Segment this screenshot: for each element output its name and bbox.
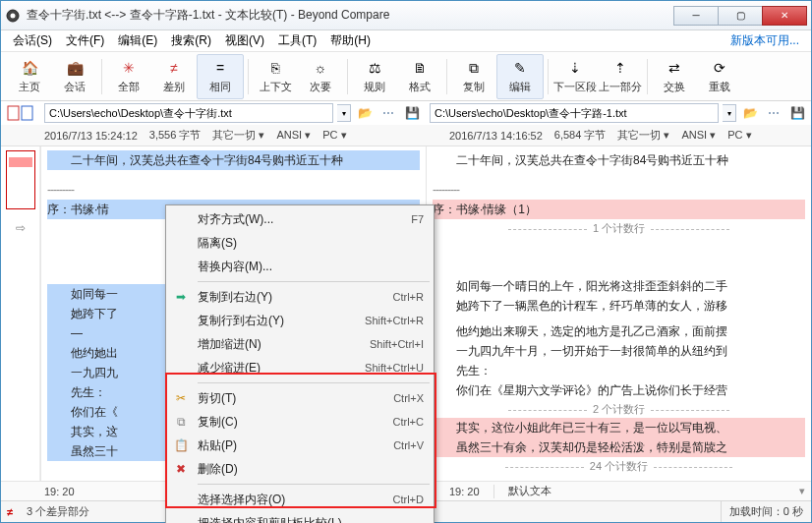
prev-icon: ⇡ (610, 58, 630, 78)
text-line[interactable]: 序：书缘·情缘（1） (433, 200, 805, 219)
toolbar-format[interactable]: 🗎格式 (397, 55, 442, 98)
ctx-inc-indent[interactable]: 增加缩进(N)Shift+Ctrl+I (168, 332, 432, 356)
right-open-icon[interactable]: 📂 (740, 103, 760, 123)
left-save-icon[interactable]: 💾 (402, 103, 422, 123)
toolbar-copy[interactable]: ⧉复制 (451, 55, 496, 98)
text-line[interactable]: 她跨下了一辆黑色的计程车，纤巧单薄的女人，游移 (433, 296, 805, 316)
edit-icon: ✎ (510, 58, 530, 78)
toolbar-edit[interactable]: ✎编辑 (497, 55, 543, 98)
diff-count: 3 个差异部分 (19, 501, 97, 522)
text-line[interactable]: 你们在《星期六文学评论》的广告上说你们长于经营 (433, 380, 805, 400)
menu-file[interactable]: 文件(F) (60, 30, 110, 51)
ctx-isolate[interactable]: 隔离(S) (168, 231, 432, 255)
text-line[interactable]: 一九四九年十月，一切开始于一封很简单的从纽约到 (433, 341, 805, 361)
marker-icon: ⇨ (1, 221, 39, 235)
svg-rect-3 (22, 106, 32, 120)
toolbar-minor[interactable]: ☼次要 (298, 55, 343, 98)
left-open-icon[interactable]: 📂 (355, 103, 375, 123)
menu-search[interactable]: 搜索(R) (165, 30, 217, 51)
close-button[interactable]: ✕ (762, 6, 807, 26)
gap-marker: 2 个计数行 (433, 400, 805, 418)
svg-rect-2 (8, 106, 19, 120)
all-icon: ✳ (119, 58, 139, 78)
toolbar-rules[interactable]: ⚖规则 (352, 55, 397, 98)
left-browse-icon[interactable]: ⋯ (378, 103, 398, 123)
right-cursor-pos: 19: 20 (449, 486, 480, 497)
toolbar-home[interactable]: 🏠主页 (7, 55, 52, 98)
ctx-paste[interactable]: 📋粘贴(P)Ctrl+V (168, 434, 432, 457)
ctx-delete[interactable]: ✖删除(D) (168, 457, 432, 481)
left-platform[interactable]: PC ▾ (322, 129, 346, 142)
right-browse-icon[interactable]: ⋯ (764, 103, 783, 123)
overview-gutter[interactable]: ⇨ (1, 146, 40, 481)
left-else[interactable]: 其它一切 ▾ (212, 128, 264, 143)
toolbar-swap[interactable]: ⇄交换 (652, 55, 697, 98)
text-line[interactable]: 他约她出来聊天，选定的地方是孔乙己酒家，面前摆 (433, 321, 805, 341)
minimize-button[interactable]: ─ (673, 6, 719, 26)
ctx-compare-clipboard[interactable]: 把选择内容和剪贴板比较(L) (168, 511, 432, 523)
delete-icon: ✖ (168, 462, 194, 476)
new-version-link[interactable]: 新版本可用... (730, 32, 805, 49)
ctx-cut[interactable]: ✂剪切(T)Ctrl+X (168, 386, 432, 410)
left-path-dropdown[interactable]: ▾ (337, 104, 351, 122)
gap-marker: 24 个计数行 (433, 457, 805, 475)
menu-help[interactable]: 帮助(H) (324, 30, 377, 51)
copy-icon: ⧉ (168, 415, 194, 429)
ctx-select-selection[interactable]: 选择选择内容(O)Ctrl+D (168, 488, 432, 511)
context-menu: 对齐方式(W)...F7 隔离(S) 替换内容(M)... ➡复制到右边(Y)C… (165, 204, 435, 523)
right-default-text: 默认文本 (508, 484, 551, 498)
minor-icon: ☼ (311, 58, 330, 78)
text-line[interactable]: 二十年间，汉芙总共在查令十字街84号购书近五十种 (433, 150, 805, 170)
toolbar-reload[interactable]: ⟳重载 (697, 55, 742, 98)
toolbar-diff[interactable]: ≠差别 (151, 55, 197, 98)
ctx-copyline-right[interactable]: 复制行到右边(Y)Shift+Ctrl+R (168, 309, 432, 332)
menu-session[interactable]: 会话(S) (7, 30, 58, 51)
right-size: 6,584 字节 (554, 128, 607, 143)
ctx-copy[interactable]: ⧉复制(C)Ctrl+C (168, 410, 432, 434)
format-icon: 🗎 (410, 58, 430, 78)
text-line[interactable]: 先生： (433, 361, 805, 380)
chevron-down-icon[interactable]: ▾ (799, 485, 805, 497)
menu-view[interactable]: 视图(V) (219, 30, 270, 51)
copy-icon: ⧉ (464, 58, 484, 78)
text-line[interactable]: 二十年间，汉芙总共在查令十字街84号购书近五十种 (47, 150, 420, 170)
toolbar-session[interactable]: 💼会话 (52, 55, 97, 98)
right-pane[interactable]: 二十年间，汉芙总共在查令十字街84号购书近五十种 --------- 序：书缘·… (426, 146, 811, 481)
next-icon: ⇣ (565, 58, 585, 78)
gap-marker: 1 个计数行 (433, 219, 805, 237)
reload-icon: ⟳ (710, 58, 729, 78)
toolbar-prev-section[interactable]: ⇡上一部分 (598, 55, 643, 98)
right-else[interactable]: 其它一切 ▾ (617, 128, 669, 143)
context-icon: ⎘ (265, 58, 285, 78)
toolbar: 🏠主页 💼会话 ✳全部 ≠差别 =相同 ⎘上下文 ☼次要 ⚖规则 🗎格式 ⧉复制… (1, 52, 811, 101)
overview-thumbnail[interactable] (6, 150, 35, 209)
toolbar-same[interactable]: =相同 (198, 55, 243, 98)
right-path-dropdown[interactable]: ▾ (723, 104, 736, 122)
not-equal-icon: ≠ (7, 506, 13, 518)
ctx-align[interactable]: 对齐方式(W)...F7 (168, 207, 432, 231)
left-path-input[interactable]: C:\Users\echo\Desktop\查令十字街.txt (44, 103, 333, 123)
paste-icon: 📋 (168, 438, 194, 452)
right-path-input[interactable]: C:\Users\echo\Desktop\查令十字路-1.txt (430, 103, 719, 123)
text-line: --------- (47, 180, 420, 200)
right-platform[interactable]: PC ▾ (727, 129, 751, 142)
text-line[interactable]: 虽然三十有余，汉芙却仍是轻松活泼，特别是简牍之 (433, 437, 805, 457)
ctx-replace[interactable]: 替换内容(M)... (168, 255, 432, 278)
infobar: 2016/7/13 15:24:12 3,556 字节 其它一切 ▾ ANSI … (1, 125, 811, 146)
maximize-button[interactable]: ▢ (718, 6, 763, 26)
text-line[interactable]: 其实，这位小姐此年已三十有三，是一位以写电视、 (433, 418, 805, 437)
toolbar-next-section[interactable]: ⇣下一区段 (552, 55, 598, 98)
window-title: 查令十字街.txt <--> 查令十字路-1.txt - 文本比较(T) - B… (27, 7, 674, 24)
menu-edit[interactable]: 编辑(E) (112, 30, 163, 51)
menu-tools[interactable]: 工具(T) (272, 30, 322, 51)
ctx-dec-indent[interactable]: 减少缩进(E)Shift+Ctrl+U (168, 356, 432, 379)
right-save-icon[interactable]: 💾 (787, 103, 807, 123)
left-encoding[interactable]: ANSI ▾ (276, 129, 311, 142)
ctx-copy-right[interactable]: ➡复制到右边(Y)Ctrl+R (168, 285, 432, 309)
text-line[interactable]: 如同每一个晴日的上午，阳光将这排歪歪斜斜的二手 (433, 276, 805, 296)
arrow-right-icon: ➡ (168, 290, 194, 304)
toolbar-all[interactable]: ✳全部 (106, 55, 151, 98)
toolbar-context[interactable]: ⎘上下文 (253, 55, 298, 98)
app-icon (5, 8, 21, 24)
right-encoding[interactable]: ANSI ▾ (681, 129, 716, 142)
